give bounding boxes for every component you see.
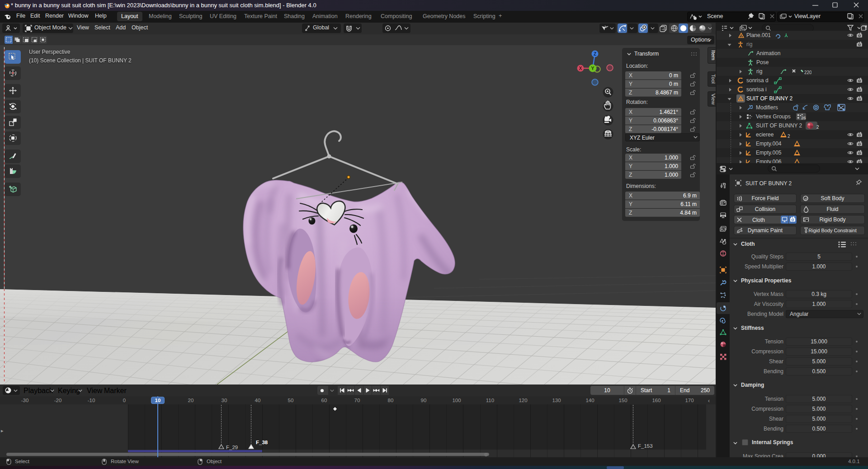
svg-text:26: 26	[801, 115, 806, 120]
svg-text:2: 2	[788, 134, 790, 139]
svg-text:Z: Z	[594, 52, 596, 56]
svg-text:220: 220	[804, 70, 811, 75]
svg-text:Y: Y	[591, 66, 594, 71]
svg-text:2: 2	[816, 125, 819, 130]
svg-text:X: X	[579, 66, 582, 71]
